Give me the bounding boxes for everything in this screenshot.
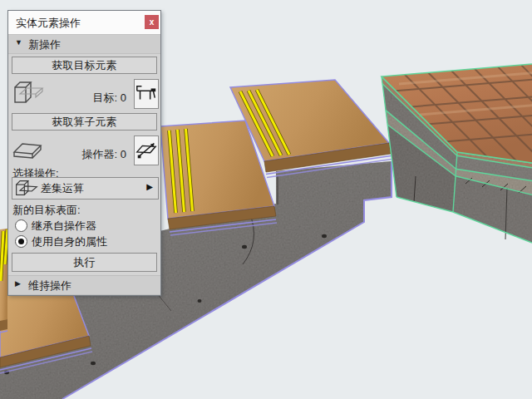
- dropdown-arrow-icon: ▶: [146, 182, 153, 191]
- expand-triangle-icon: ▼: [15, 38, 22, 47]
- dialog-titlebar[interactable]: 实体元素操作 x: [8, 11, 160, 35]
- close-icon[interactable]: x: [145, 15, 159, 29]
- target-count-label: 目标: 0: [33, 91, 126, 106]
- execute-button[interactable]: 执行: [12, 253, 157, 272]
- collapse-triangle-icon: ▶: [15, 279, 21, 288]
- section-maintain-operation[interactable]: ▶ 维持操作: [8, 275, 160, 295]
- radio-circle-icon: [15, 219, 27, 232]
- solid-element-operations-dialog: 实体元素操作 x ▼ 新操作 获取目标元素 目标: 0: [7, 10, 161, 296]
- operation-select[interactable]: 差集运算 ▶: [12, 177, 159, 200]
- stair-tread-second[interactable]: [0, 229, 7, 332]
- operation-select-value: 差集运算: [41, 181, 84, 196]
- dialog-title: 实体元素操作: [16, 16, 81, 31]
- pick-operator-button[interactable]: [134, 135, 159, 165]
- get-operator-elements-button[interactable]: 获取算子元素: [12, 113, 157, 131]
- pick-operator-icon: [135, 136, 158, 165]
- new-target-surface-label: 新的目标表面:: [12, 203, 81, 218]
- app-window: 实体元素操作 x ▼ 新操作 获取目标元素 目标: 0: [0, 0, 532, 399]
- get-target-elements-button[interactable]: 获取目标元素: [12, 57, 157, 74]
- pick-target-button[interactable]: [134, 79, 159, 109]
- section-label: 新操作: [28, 37, 61, 52]
- operator-count-label: 操作器: 0: [33, 147, 126, 162]
- radio-circle-icon: [15, 235, 27, 248]
- section-label: 维持操作: [28, 278, 71, 293]
- section-new-operation[interactable]: ▼ 新操作: [8, 35, 160, 54]
- subtraction-operation-icon: [14, 179, 39, 198]
- pick-target-icon: [135, 80, 158, 108]
